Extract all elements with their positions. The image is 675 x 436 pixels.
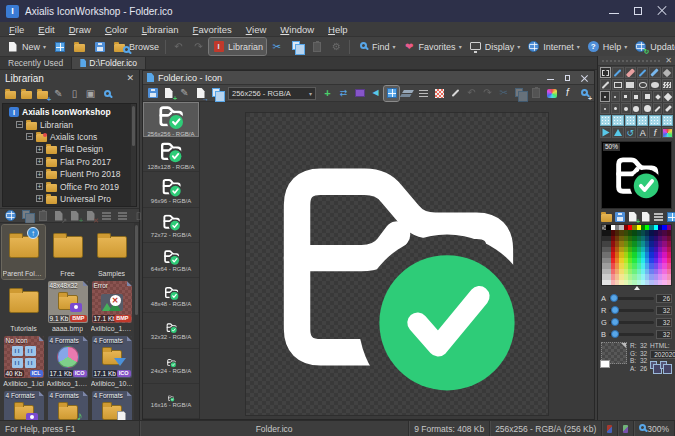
palette-grid-view-button[interactable]: [666, 211, 675, 222]
brush-size-dot-7[interactable]: [642, 103, 652, 114]
slider-thumb[interactable]: [611, 318, 619, 326]
doc-dither-button[interactable]: [432, 86, 447, 101]
doc-maximize-button[interactable]: [562, 73, 573, 83]
librarian-add-library-button[interactable]: +: [36, 88, 49, 101]
slider-g-track[interactable]: [609, 321, 654, 324]
draw-filled-rectangle-tool[interactable]: [625, 79, 636, 90]
doc-image-button[interactable]: [352, 86, 367, 101]
doc-rows-button[interactable]: [416, 86, 431, 101]
doc-add-format-button[interactable]: +: [161, 86, 176, 101]
palette-default-palette-button[interactable]: [640, 211, 651, 222]
toolbar-browse-button[interactable]: Browse: [110, 38, 162, 55]
toolbar-save-button[interactable]: [90, 38, 109, 55]
brush-size-dot-2[interactable]: [600, 103, 610, 114]
toolbar-update-button[interactable]: ↻Update: [631, 38, 675, 55]
texture-5-swatch[interactable]: [649, 115, 660, 126]
doc-new-image-button[interactable]: +: [320, 86, 335, 101]
tools-panel-close-icon[interactable]: ✕: [665, 57, 672, 65]
librarian-paste-item-button[interactable]: [36, 209, 49, 222]
format-selector-dropdown[interactable]: 256x256 - RGB/A▾: [228, 87, 316, 100]
doc-effects-button[interactable]: f: [560, 86, 575, 101]
draw-ellipse-tool[interactable]: [637, 79, 648, 90]
format-24x24[interactable]: 24x24 - RGB/A: [143, 349, 199, 384]
library-item-folder-video[interactable]: 4 Formats17.1 KbICO: [2, 390, 45, 420]
doc-layers-button[interactable]: [400, 86, 415, 101]
select-marquee-tool[interactable]: [600, 67, 611, 78]
copy-color-icon[interactable]: [650, 361, 657, 369]
brush-size-dot-2[interactable]: [611, 91, 621, 102]
tree-expand-icon[interactable]: +: [36, 195, 43, 202]
menu-librarian[interactable]: Librarian: [135, 22, 186, 36]
flip-vertical-tool[interactable]: [612, 127, 623, 138]
librarian-internet-library-button[interactable]: [4, 209, 17, 222]
toolbar-find-button[interactable]: Find▾: [353, 38, 399, 55]
panel-grip[interactable]: [601, 59, 662, 63]
menu-help[interactable]: Help: [321, 22, 355, 36]
library-item-samples[interactable]: Samples: [90, 225, 133, 279]
doc-duplicate-format-button[interactable]: [209, 86, 224, 101]
format-256x256[interactable]: 256x256 - RGB/A: [143, 102, 199, 137]
doc-edit-format-button[interactable]: ✎: [177, 86, 192, 101]
secondary-color-swatch[interactable]: [600, 360, 610, 368]
library-item-axlibico-1-b-[interactable]: Error✕17.1 KbBMPAxlibico_1.b...: [90, 280, 133, 334]
format-96x96[interactable]: 96x96 - RGB/A: [143, 172, 199, 207]
flip-horizontal-tool[interactable]: [600, 127, 611, 138]
slider-thumb[interactable]: [611, 330, 619, 338]
doc-zoom-in-button[interactable]: +: [576, 86, 591, 101]
brush-size-square-3[interactable]: [621, 91, 631, 102]
menu-file[interactable]: File: [2, 22, 31, 36]
brush-size-diamond-6[interactable]: [663, 91, 673, 102]
tree-item-fluent-pro-2018[interactable]: +Fluent Pro 2018: [3, 168, 136, 180]
draw-rectangle-tool[interactable]: [612, 79, 623, 90]
doc-cut2-button[interactable]: ✂: [496, 86, 511, 101]
toolbar-favorites-button[interactable]: ❤Favorites▾: [400, 38, 465, 55]
library-item-folder-music[interactable]: 4 Formats♪17.1 KbICO: [46, 390, 89, 420]
doc-draw-mode-button[interactable]: [448, 86, 463, 101]
doc-undo2-button[interactable]: ↶: [464, 86, 479, 101]
librarian-edit-library-button[interactable]: ✎: [52, 88, 65, 101]
librarian-search-button[interactable]: [100, 88, 113, 101]
tree-collapse-icon[interactable]: −: [26, 133, 33, 140]
librarian-copy-item-button[interactable]: [20, 209, 33, 222]
brush-size-dot-2[interactable]: [600, 91, 610, 102]
library-item-tutorials[interactable]: Tutorials: [2, 280, 45, 334]
librarian-close-icon[interactable]: ✕: [126, 73, 134, 83]
recent-file-tab[interactable]: D:\Folder.ico: [71, 57, 146, 69]
librarian-new-item-button[interactable]: +: [68, 209, 81, 222]
tree-expand-icon[interactable]: +: [36, 146, 43, 153]
draw-filled-ellipse-tool[interactable]: [649, 79, 660, 90]
brush-size-slash-3[interactable]: [663, 103, 673, 114]
tree-item-flat-design[interactable]: +Flat Design: [3, 143, 136, 155]
tree-item-axialis-iconworkshop[interactable]: IAxialis IconWorkshop: [3, 106, 136, 118]
toolbar-internet-button[interactable]: Internet▾: [524, 38, 583, 55]
doc-close-button[interactable]: [579, 73, 590, 83]
librarian-sort-type-button[interactable]: [116, 209, 129, 222]
toolbar-redo-button[interactable]: ↷: [189, 38, 208, 55]
format-48x48[interactable]: 48x48 - RGB/A: [143, 278, 199, 313]
format-128x128[interactable]: 128x128 - RGB/A: [143, 137, 199, 172]
menu-window[interactable]: Window: [273, 22, 321, 36]
library-item-folder-doc[interactable]: 4 Formats17.1 KbICO: [90, 390, 133, 420]
menu-color[interactable]: Color: [98, 22, 135, 36]
palette-add-palette-button[interactable]: +: [627, 211, 638, 222]
tree-scrollbar[interactable]: [131, 104, 136, 206]
toolbar-help-button[interactable]: ?Help▾: [584, 38, 631, 55]
brush-size-slash-2[interactable]: [653, 103, 663, 114]
doc-test-icon-button[interactable]: ◀: [368, 86, 383, 101]
tree-item-librarian[interactable]: −Librarian: [3, 118, 136, 130]
toolbar-cut-button[interactable]: ✂: [267, 38, 286, 55]
palette-list-view-button[interactable]: [653, 211, 664, 222]
menu-favorites[interactable]: Favorites: [186, 22, 239, 36]
menu-view[interactable]: View: [239, 22, 274, 36]
slider-r-track[interactable]: [609, 309, 654, 312]
thumbnails-scrollbar[interactable]: [134, 223, 139, 420]
brush-tool[interactable]: [649, 67, 660, 78]
slider-a-track[interactable]: [609, 297, 654, 300]
editor-canvas[interactable]: [200, 102, 594, 419]
library-item-axlibico-1-icl[interactable]: No iconI II II II I40 KbICLAxlibico_1.ic…: [2, 335, 45, 389]
rotate-tool[interactable]: ↺: [625, 127, 636, 138]
library-item-axlibico-10-[interactable]: 4 Formats17.1 KbICOAxlibico_10...: [90, 335, 133, 389]
tree-item-axialis-icons[interactable]: −Axialis Icons: [3, 131, 136, 143]
tree-collapse-icon[interactable]: −: [16, 121, 23, 128]
doc-palette-button[interactable]: [544, 86, 559, 101]
